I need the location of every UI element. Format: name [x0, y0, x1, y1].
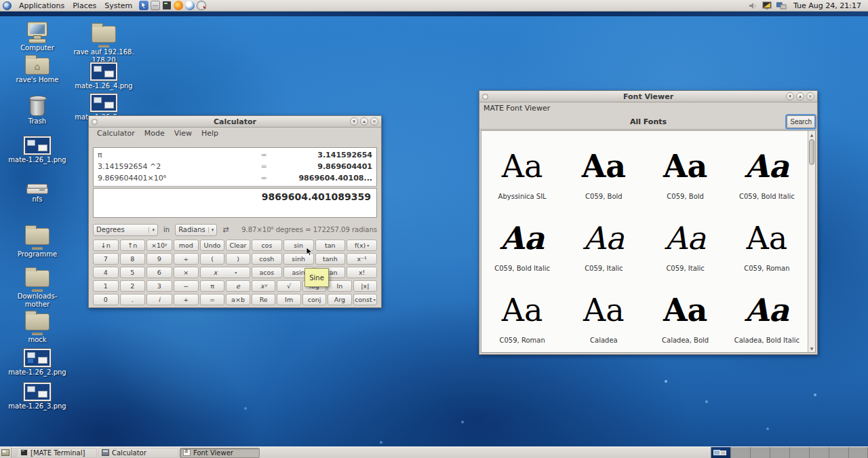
- menu-places[interactable]: Places: [68, 1, 100, 11]
- menu-calculator[interactable]: Calculator: [93, 128, 139, 138]
- search-tool-icon[interactable]: [197, 1, 206, 10]
- key-factorial[interactable]: x!: [347, 267, 377, 278]
- key-4[interactable]: 4: [93, 267, 119, 278]
- minimize-button[interactable]: ▾: [350, 117, 358, 126]
- desktop-icon-computer[interactable]: Computer: [6, 21, 68, 52]
- desktop-icon-raves-home[interactable]: ⌂ rave's Home: [6, 54, 68, 84]
- history-row[interactable]: π = 3.141592654: [98, 149, 372, 161]
- key-7[interactable]: 7: [93, 253, 119, 265]
- desktop-icon-trash[interactable]: Trash: [6, 95, 68, 126]
- key-8[interactable]: 8: [120, 253, 146, 265]
- workspace-8[interactable]: [848, 447, 868, 458]
- key-x-pow-y[interactable]: xʸ: [252, 280, 275, 292]
- network-icon[interactable]: [776, 1, 787, 10]
- minimize-button[interactable]: ▾: [786, 92, 794, 100]
- key-3[interactable]: 3: [146, 280, 172, 292]
- taskbar-item-calculator[interactable]: Calculator: [98, 448, 178, 458]
- key-re[interactable]: Re: [252, 294, 275, 305]
- scroll-up-icon[interactable]: ▲: [808, 132, 815, 137]
- show-desktop-button[interactable]: [0, 447, 12, 458]
- key-arg[interactable]: Arg: [328, 294, 351, 305]
- key-paren-close[interactable]: ): [226, 253, 250, 265]
- key-0[interactable]: 0: [93, 294, 119, 305]
- desktop-icon-programme[interactable]: Programme: [6, 225, 68, 259]
- unit-from-dropdown[interactable]: Degrees ▾: [93, 224, 158, 236]
- key-fx-dropdown[interactable]: f(x)▾: [347, 240, 377, 251]
- key-5[interactable]: 5: [120, 267, 146, 278]
- calc-current-value[interactable]: 9869604.401089359: [93, 188, 377, 218]
- key-im[interactable]: Im: [277, 294, 300, 305]
- key-pi[interactable]: π: [200, 280, 224, 292]
- key-superscript[interactable]: ↑n: [120, 240, 146, 251]
- desktop-icon-downloads-mother[interactable]: Downloads-mother: [6, 267, 68, 308]
- pointer-launcher-icon[interactable]: [139, 1, 149, 10]
- browser-icon[interactable]: [185, 1, 195, 10]
- font-cell[interactable]: Aa C059, Italic: [563, 206, 644, 278]
- key-cosh[interactable]: cosh: [252, 253, 282, 265]
- key-conj[interactable]: conj: [302, 294, 326, 305]
- font-cell[interactable]: Aa C059, Italic: [645, 206, 726, 278]
- workspace-1[interactable]: [711, 447, 730, 458]
- key-minus[interactable]: −: [174, 280, 199, 292]
- desktop-icon-mate-1-26-4[interactable]: mate-1.26_4.png: [73, 62, 135, 90]
- workspace-4[interactable]: [770, 447, 789, 458]
- desktop-icon-mate-1-26-3[interactable]: mate-1.26_3.png: [6, 383, 68, 411]
- desktop-icon-mate-1-26-2[interactable]: mate-1.26_2.png: [6, 349, 68, 377]
- key-acos[interactable]: acos: [252, 267, 282, 278]
- close-button[interactable]: ×: [806, 92, 814, 100]
- key-scientific[interactable]: a×b: [226, 294, 250, 305]
- volume-icon[interactable]: [748, 1, 758, 10]
- taskbar-item-terminal[interactable]: [MATE Terminal]: [17, 448, 97, 458]
- key-i[interactable]: i: [146, 294, 172, 305]
- scroll-down-icon[interactable]: ▼: [808, 346, 815, 351]
- key-undo[interactable]: Undo: [200, 240, 224, 251]
- clock[interactable]: Tue Aug 24, 21:17: [791, 1, 864, 10]
- font-cell[interactable]: Aa C059, Bold: [563, 134, 644, 206]
- scrollbar-thumb[interactable]: [809, 139, 814, 165]
- key-multiply[interactable]: ×: [174, 267, 199, 278]
- desktop-icon-rave-network-folder[interactable]: rave auf 192.168. 178.20: [73, 22, 135, 64]
- workspace-6[interactable]: [809, 447, 829, 458]
- font-viewer-titlebar[interactable]: Font Viewer ▾ ▴ ×: [479, 91, 817, 102]
- key-plus[interactable]: +: [174, 294, 199, 305]
- font-cell[interactable]: Aa Caladea, Bold: [645, 278, 726, 349]
- mate-menu-icon[interactable]: [3, 1, 12, 10]
- terminal-launcher-icon[interactable]: [162, 1, 172, 10]
- key-ln[interactable]: ln: [328, 280, 351, 292]
- key-e[interactable]: e: [226, 280, 250, 292]
- font-cell[interactable]: Aa Caladea: [563, 278, 644, 349]
- key-subscript[interactable]: ↓n: [93, 240, 119, 251]
- font-cell[interactable]: Aa C059, Bold Italic: [726, 134, 808, 206]
- key-const-dropdown[interactable]: const▾: [353, 294, 377, 305]
- key-6[interactable]: 6: [146, 267, 172, 278]
- desktop-icon-mock[interactable]: mock: [6, 310, 68, 344]
- key-tanh[interactable]: tanh: [315, 253, 346, 265]
- key-equals[interactable]: =: [200, 294, 224, 305]
- display-settings-icon[interactable]: [762, 1, 772, 10]
- search-button[interactable]: Search: [787, 115, 815, 128]
- maximize-button[interactable]: ▴: [796, 92, 804, 100]
- font-cell[interactable]: Aa Abyssinica SIL: [481, 134, 563, 206]
- history-row[interactable]: 9.869604401×10⁶ = 9869604.40108...: [98, 172, 372, 184]
- key-2[interactable]: 2: [120, 280, 146, 292]
- scrollbar[interactable]: ▲ ▼: [808, 131, 815, 352]
- menu-applications[interactable]: Applications: [15, 1, 68, 11]
- key-9[interactable]: 9: [146, 253, 172, 265]
- key-abs[interactable]: |x|: [353, 280, 377, 292]
- workspace-2[interactable]: [730, 447, 750, 458]
- key-1[interactable]: 1: [93, 280, 119, 292]
- key-decimal[interactable]: .: [120, 294, 146, 305]
- key-x-dropdown[interactable]: x▾: [200, 267, 250, 278]
- swap-units-icon[interactable]: ⇄: [222, 225, 229, 234]
- font-cell[interactable]: Aa C059, Roman: [481, 278, 563, 349]
- workspace-3[interactable]: [750, 447, 770, 458]
- menu-help[interactable]: Help: [197, 128, 222, 138]
- font-cell[interactable]: Aa Caladea, Bold Italic: [726, 278, 808, 349]
- desktop-icon-mate-1-26-1[interactable]: mate-1.26_1.png: [6, 136, 68, 164]
- key-clear[interactable]: Clear: [226, 240, 250, 251]
- workspace-7[interactable]: [829, 447, 848, 458]
- archive-manager-icon[interactable]: [151, 1, 160, 10]
- menu-system[interactable]: System: [100, 1, 136, 11]
- menu-mode[interactable]: Mode: [140, 128, 169, 138]
- key-paren-open[interactable]: (: [200, 253, 224, 265]
